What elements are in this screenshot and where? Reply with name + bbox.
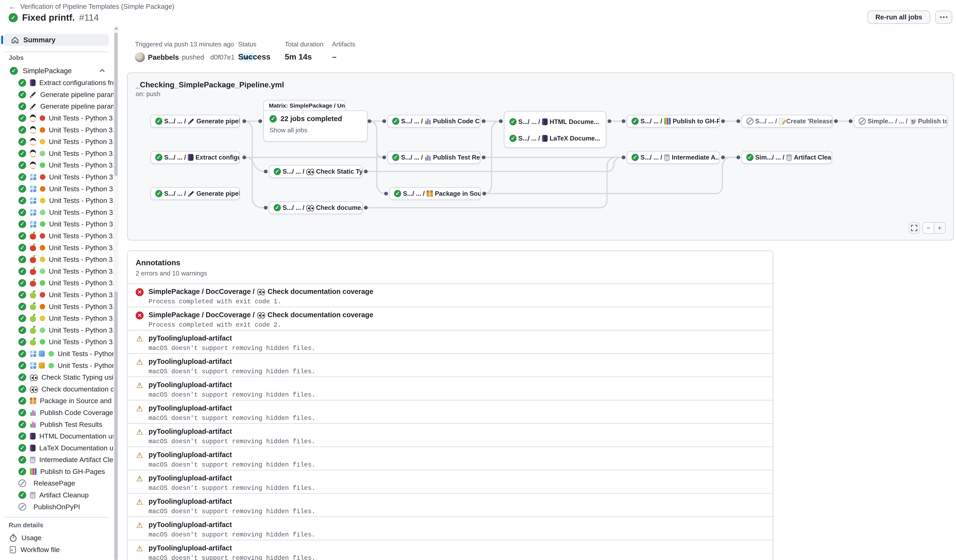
job-label: Unit Tests - Python 3.12 — [49, 209, 113, 216]
graph-edge — [244, 121, 266, 208]
sidebar-item-job[interactable]: Unit Tests - Python 3.13 — [0, 218, 113, 230]
sidebar-item-summary[interactable]: Summary — [4, 34, 108, 46]
graph-job-node[interactable]: S.../ ... / Generate pipelin... 0s — [150, 115, 240, 128]
sidebar-item-job[interactable]: Generate pipeline parameters — [0, 100, 113, 112]
graph-job-node[interactable]: S.../ ... / LaTeX Docume... 51s — [509, 130, 601, 147]
sidebar-item-job[interactable]: Unit Tests - Python 3.12 — [0, 324, 113, 336]
sidebar-item-job[interactable]: Unit Tests - Python 3.10 — [0, 183, 113, 195]
annotation-title-link[interactable]: SimplePackage / DocCoverage / Check docu… — [149, 311, 373, 319]
sidebar-item-job[interactable]: Intermediate Artifact Cleanup — [0, 454, 113, 466]
zoom-in-button[interactable]: + — [934, 223, 945, 233]
annotation-title-link[interactable]: SimplePackage / DocCoverage / Check docu… — [149, 287, 373, 295]
graph-job-node[interactable]: S.../ ... / Generate pipelin... 0s — [150, 187, 240, 200]
job-group-simplepackage[interactable]: SimplePackage — [4, 65, 108, 76]
commit-sha-link[interactable]: d0f07e1 — [210, 53, 235, 61]
annotation-title-link[interactable]: pyTooling/upload-artifact — [149, 358, 232, 365]
scrollbar-up-arrow[interactable] — [115, 27, 118, 30]
sidebar-item-job[interactable]: Unit Tests - Python 3.13 — [0, 159, 113, 171]
sidebar-item-job[interactable]: PublishOnPyPI — [0, 501, 113, 513]
show-all-jobs-link[interactable]: Show all jobs — [269, 126, 362, 134]
annotation-title-link[interactable]: pyTooling/upload-artifact — [149, 544, 232, 552]
annotation-title-link[interactable]: pyTooling/upload-artifact — [149, 451, 232, 459]
sidebar-item-job[interactable]: Unit Tests - Python 3.9 — [0, 112, 113, 124]
summary-label: Summary — [23, 36, 55, 44]
graph-job-node[interactable]: S.../ ... / Check docume... 18s — [269, 201, 363, 214]
annotation-title-link[interactable]: pyTooling/upload-artifact — [149, 521, 232, 529]
sidebar-item-job[interactable]: Unit Tests - Python 3.10 — [0, 124, 113, 136]
sidebar-item-job[interactable]: HTML Documentation using ... — [0, 430, 113, 442]
sidebar-item-job[interactable]: Generate pipeline parameters — [0, 89, 113, 100]
job-icons — [30, 303, 36, 310]
sidebar-item-job[interactable]: LaTeX Documentation using ... — [0, 442, 113, 454]
run-details-item[interactable]: Usage — [0, 532, 113, 544]
graph-job-node[interactable]: S.../ ... / Check Static Ty... 17s — [269, 165, 363, 178]
kebab-dot-icon — [943, 16, 945, 18]
graph-job-node[interactable]: S.../ ... / Intermediate A... 16s — [627, 151, 720, 164]
node-job-icon — [542, 135, 548, 142]
annotation-title-link[interactable]: pyTooling/upload-artifact — [149, 381, 232, 389]
sidebar-item-job[interactable]: Package in Source and Wheel... — [0, 395, 113, 407]
graph-job-node[interactable]: Simple... / ... / Publish to PyPI — [854, 115, 948, 128]
sidebar-item-job[interactable]: ReleasePage — [0, 477, 113, 489]
sidebar-item-job[interactable]: Unit Tests - Python 3.12 — [0, 359, 113, 372]
sidebar-item-job[interactable]: Check Static Typing using Pyt... — [0, 372, 113, 383]
sidebar-item-job[interactable]: Publish to GH-Pages — [0, 466, 113, 478]
run-title: Fixed printf. — [22, 12, 75, 23]
node-job-icon — [188, 118, 195, 125]
sidebar-item-job[interactable]: Extract configurations from p... — [0, 77, 113, 89]
annotations-header: Annotations 2 errors and 10 warnings — [128, 251, 773, 283]
sidebar-item-job[interactable]: Unit Tests - Python 3.13 — [0, 277, 113, 289]
matrix-group-box[interactable]: 22 jobs completed Show all jobs — [263, 110, 368, 142]
sidebar-item-job[interactable]: Unit Tests - Python 3.10 — [0, 242, 113, 254]
job-status-icon — [19, 456, 26, 464]
sidebar-item-job[interactable]: Unit Tests - Python 3.11 — [0, 136, 113, 147]
sidebar-item-job[interactable]: Unit Tests - Python 3.9 — [0, 289, 113, 301]
sidebar-item-job[interactable]: Unit Tests - Python 3.13 — [0, 336, 113, 348]
sidebar-item-job[interactable]: Publish Test Results — [0, 419, 113, 430]
sidebar-item-job[interactable]: Check documentation covera... — [0, 383, 113, 395]
breadcrumb[interactable]: ← Verification of Pipeline Templates (Si… — [9, 2, 174, 11]
annotation-title-link[interactable]: pyTooling/upload-artifact — [149, 427, 232, 435]
sidebar-item-job[interactable]: Unit Tests - Python 3.11 — [0, 312, 113, 325]
graph-job-node[interactable]: S.../ ... / HTML Docume... 55s — [509, 113, 601, 130]
sidebar-item-job[interactable]: Unit Tests - Python 3.12 — [0, 147, 113, 160]
fullscreen-button[interactable] — [908, 222, 920, 234]
sidebar-item-job[interactable]: Unit Tests - Python 3.10 — [0, 301, 113, 312]
kebab-menu-button[interactable] — [935, 11, 952, 24]
node-status-icon — [394, 190, 401, 197]
annotation-title-link[interactable]: pyTooling/upload-artifact — [149, 474, 232, 482]
avatar[interactable] — [135, 52, 145, 62]
graph-job-node[interactable]: Sim.../ ... / Artifact Cleanup 4s — [741, 151, 832, 164]
rerun-all-jobs-button[interactable]: Re-run all jobs — [867, 11, 930, 24]
graph-job-node[interactable]: S.../ ... / Publish Test Re... 13s — [387, 151, 481, 164]
job-status-icon — [19, 138, 26, 146]
sidebar-item-job[interactable]: Artifact Cleanup — [0, 489, 113, 501]
run-details-item[interactable]: Workflow file — [0, 544, 113, 556]
annotation-title-link[interactable]: pyTooling/upload-artifact — [149, 497, 232, 505]
graph-edge — [366, 157, 624, 208]
node-job-icon — [909, 118, 916, 125]
graph-job-node[interactable]: S.../ ... / Extract configur... 4s — [150, 151, 240, 164]
zoom-out-button[interactable]: − — [923, 223, 934, 233]
sidebar-item-job[interactable]: Unit Tests - Python 3.12 — [0, 348, 113, 360]
graph-job-node[interactable]: S.../ ... / Create 'Release Pa... — [741, 115, 833, 128]
scrollbar-thumb[interactable] — [114, 292, 118, 560]
artifacts-value: – — [332, 52, 355, 61]
sidebar-item-job[interactable]: Unit Tests - Python 3.9 — [0, 230, 113, 242]
annotation-title-link[interactable]: pyTooling/upload-artifact — [149, 404, 232, 412]
job-status-icon — [19, 256, 26, 264]
sidebar-item-job[interactable]: Publish Code Coverage Results — [0, 407, 113, 419]
sidebar-item-job[interactable]: Unit Tests - Python 3.11 — [0, 195, 113, 207]
graph-job-node[interactable]: S.../ ... / Publish to GH-P... 7s — [627, 115, 720, 128]
sidebar-item-job[interactable]: Unit Tests - Python 3.9 — [0, 171, 113, 183]
graph-job-node[interactable]: S.../ ... / Package in Sou... 18s — [389, 187, 481, 200]
annotation-title-link[interactable]: pyTooling/upload-artifact — [149, 334, 232, 342]
sidebar-item-job[interactable]: Unit Tests - Python 3.12 — [0, 207, 113, 218]
job-status-icon — [19, 102, 26, 110]
sidebar-item-job[interactable]: Unit Tests - Python 3.12 — [0, 265, 113, 277]
sidebar-item-job[interactable]: Unit Tests - Python 3.11 — [0, 254, 113, 265]
actor-link[interactable]: Paebbels — [148, 53, 179, 61]
scrollbar-thumb[interactable] — [114, 33, 118, 176]
penguin-icon — [30, 115, 36, 122]
graph-job-node[interactable]: S.../ ... / Publish Code C... 20s — [387, 115, 481, 128]
